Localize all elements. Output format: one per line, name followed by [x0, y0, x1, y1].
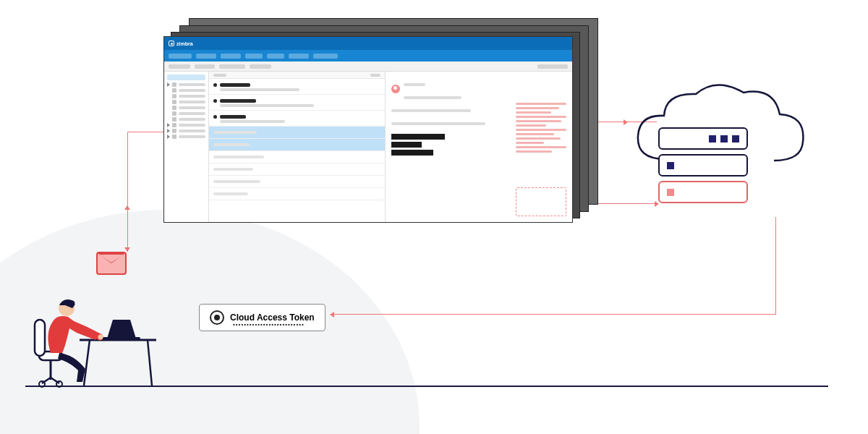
toolbar-button[interactable]	[219, 64, 245, 69]
server-led-icon	[667, 189, 674, 196]
toolbar-button[interactable]	[169, 64, 190, 69]
arrow-head-icon	[624, 119, 628, 125]
sidebar-item[interactable]	[167, 88, 205, 93]
app-topbar: zimbra	[164, 37, 572, 50]
nav-item[interactable]	[313, 54, 338, 59]
sidebar-item[interactable]	[167, 106, 205, 110]
avatar-icon	[391, 85, 400, 93]
sidebar-item[interactable]	[167, 117, 205, 122]
nav-item[interactable]	[221, 54, 241, 59]
folder-icon	[172, 117, 176, 122]
sidebar-item[interactable]	[167, 135, 205, 139]
folder-label	[179, 83, 205, 86]
folder-icon	[172, 123, 176, 127]
nav-item[interactable]	[267, 54, 284, 59]
malicious-payload-lines	[516, 101, 566, 155]
toolbar-button[interactable]	[195, 64, 215, 69]
folder-icon	[172, 94, 176, 98]
arrow-head-icon	[124, 247, 130, 252]
message-subject	[213, 131, 257, 134]
svg-point-10	[98, 335, 103, 340]
reader-body-line	[391, 150, 433, 156]
reader-meta	[391, 122, 485, 125]
server-led-icon	[720, 135, 728, 142]
nav-item[interactable]	[245, 54, 263, 59]
folder-label	[179, 129, 205, 132]
folder-icon	[172, 100, 176, 104]
reader-body-line	[391, 134, 445, 140]
message-sender	[220, 83, 250, 87]
message-subject	[213, 156, 264, 158]
toolbar-button[interactable]	[537, 64, 568, 69]
message-sender	[220, 115, 246, 119]
message-row[interactable]	[209, 151, 385, 163]
svg-point-1	[39, 381, 45, 387]
app-navbar	[164, 50, 572, 61]
folder-icon	[172, 106, 176, 110]
svg-rect-8	[101, 337, 140, 340]
folder-icon	[172, 135, 176, 139]
sidebar-item[interactable]	[167, 123, 205, 127]
flow-server-to-token-h	[333, 314, 776, 315]
message-row[interactable]	[209, 176, 385, 188]
toolbar-button[interactable]	[250, 64, 271, 69]
nav-item[interactable]	[169, 54, 192, 59]
sidebar-header	[167, 75, 205, 80]
sidebar-item[interactable]	[167, 100, 205, 104]
unread-dot-icon	[213, 115, 217, 119]
token-value-redacted: ••••••••••••••••••••••••••	[233, 321, 305, 328]
nav-item[interactable]	[196, 54, 216, 59]
sidebar-item[interactable]	[167, 129, 205, 133]
brand-logo-icon	[169, 41, 174, 46]
column-header[interactable]	[370, 74, 380, 77]
folder-sidebar	[164, 72, 209, 222]
folder-icon	[172, 88, 176, 93]
email-icon	[96, 252, 127, 275]
message-row[interactable]	[209, 188, 385, 200]
server-row-compromised	[658, 181, 748, 203]
message-row-selected[interactable]	[209, 139, 385, 151]
list-header	[209, 72, 385, 79]
message-subject	[220, 120, 285, 123]
unread-dot-icon	[213, 99, 217, 103]
message-row-selected[interactable]	[209, 127, 385, 139]
message-row[interactable]	[209, 79, 385, 95]
message-list	[209, 72, 386, 222]
server-row	[658, 127, 748, 150]
unread-dot-icon	[213, 83, 217, 87]
sidebar-item[interactable]	[167, 82, 205, 87]
nav-item[interactable]	[289, 54, 309, 59]
message-reader	[386, 72, 573, 222]
folder-label	[179, 135, 205, 138]
chevron-right-icon	[167, 123, 170, 127]
folder-label	[179, 112, 205, 115]
arrow-head-icon	[330, 312, 334, 318]
folder-icon	[172, 129, 176, 133]
server-row	[658, 154, 748, 176]
app-body	[164, 72, 572, 222]
sidebar-item[interactable]	[167, 111, 205, 116]
reader-meta	[404, 96, 461, 99]
folder-label	[179, 106, 205, 109]
reader-body-line	[391, 142, 422, 148]
flow-server-to-token-v	[775, 217, 776, 314]
chevron-right-icon	[167, 82, 170, 87]
svg-point-2	[56, 381, 62, 387]
svg-line-7	[148, 340, 152, 386]
message-row[interactable]	[209, 95, 385, 111]
target-icon	[210, 310, 224, 325]
svg-rect-4	[35, 320, 45, 356]
column-header[interactable]	[213, 74, 226, 77]
cloud-access-token-box: Cloud Access Token •••••••••••••••••••••…	[199, 304, 326, 331]
sidebar-item[interactable]	[167, 94, 205, 98]
message-row[interactable]	[209, 111, 385, 127]
chevron-right-icon	[167, 129, 170, 133]
message-subject	[213, 180, 260, 183]
message-subject	[213, 143, 250, 146]
message-subject	[220, 104, 314, 107]
reader-from	[404, 83, 425, 86]
message-row[interactable]	[209, 163, 385, 176]
exfil-box	[516, 187, 566, 216]
folder-label	[179, 101, 205, 103]
arrow-head-icon	[124, 205, 130, 210]
